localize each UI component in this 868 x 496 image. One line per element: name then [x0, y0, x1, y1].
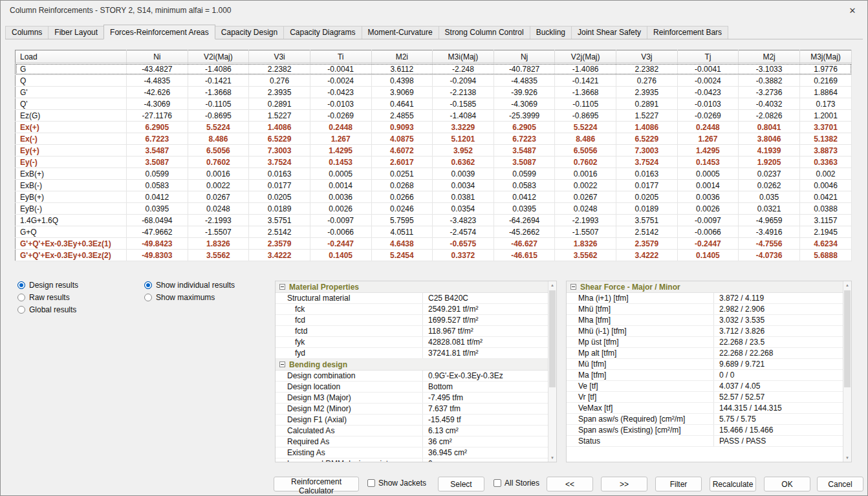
table-cell[interactable]: -3.4916 [739, 226, 800, 238]
table-cell[interactable]: -0.8695 [555, 110, 616, 122]
table-cell[interactable]: 0.3363 [800, 156, 852, 168]
column-header-m3j-maj[interactable]: M3j(Maj) [800, 50, 852, 63]
load-label[interactable]: Ey(-) [16, 156, 127, 168]
property-row-span-asw-s-existing-cm-m[interactable]: Span asw/s (Existing) [cm²/m]15.466 / 15… [567, 425, 843, 436]
table-cell[interactable]: 2.6017 [371, 156, 433, 168]
table-cell[interactable]: 0.0251 [371, 168, 433, 180]
table-cell[interactable]: -4.3069 [494, 98, 555, 110]
table-cell[interactable]: 0.0177 [616, 180, 678, 191]
table-cell[interactable]: 0.1453 [310, 156, 371, 168]
table-cell[interactable]: 3.4222 [249, 250, 310, 261]
property-row-calculated-as[interactable]: Calculated As6.13 cm² [276, 426, 548, 437]
table-row-ey[interactable]: Ey(+)3.54876.50567.30031.42954.60723.952… [16, 145, 852, 156]
table-cell[interactable]: 6.5229 [249, 133, 310, 145]
table-cell[interactable]: 2.1945 [800, 226, 852, 238]
table-cell[interactable]: 0.9093 [371, 122, 433, 133]
collapse-icon[interactable] [279, 361, 285, 367]
table-cell[interactable]: -42.626 [127, 87, 188, 98]
table-cell[interactable]: -2.1993 [188, 215, 249, 226]
table-cell[interactable]: 0.276 [249, 75, 310, 87]
tab-joint-shear-safety[interactable]: Joint Shear Safety [571, 26, 647, 39]
radio-show-maximums[interactable]: Show maximums [144, 293, 235, 302]
collapse-icon[interactable] [279, 284, 285, 290]
table-cell[interactable]: -0.0103 [677, 98, 739, 110]
tab-reinforcement-bars[interactable]: Reinforcement Bars [647, 26, 728, 39]
table-row-g-q[interactable]: G+Q-47.9662-1.55072.5142-0.00664.0511-2.… [16, 226, 852, 238]
table-cell[interactable]: 5.2454 [371, 250, 433, 261]
table-cell[interactable]: 3.5751 [616, 215, 678, 226]
table-cell[interactable]: 1.8326 [555, 238, 616, 250]
table-cell[interactable]: 6.2905 [494, 122, 555, 133]
column-header-tj[interactable]: Tj [677, 50, 739, 63]
scroll-down-icon[interactable]: ▼ [843, 456, 851, 460]
table-cell[interactable]: 0.1453 [677, 156, 739, 168]
table-cell[interactable]: 0.035 [739, 191, 800, 203]
table-cell[interactable]: 0.0034 [433, 180, 494, 191]
property-row-mha-i-1-tfm[interactable]: Mha (i+1) [tfm]3.872 / 4.119 [567, 293, 843, 304]
table-cell[interactable]: 2.2382 [616, 63, 678, 75]
table-cell[interactable]: 3.7524 [616, 156, 678, 168]
table-cell[interactable]: 0.0248 [555, 203, 616, 215]
column-header-v3j[interactable]: V3j [616, 50, 678, 63]
load-label[interactable]: Ex(-) [16, 133, 127, 145]
table-row-ex[interactable]: Ex(-)6.72238.4866.52291.2674.08755.12016… [16, 133, 852, 145]
table-cell[interactable]: 5.1382 [800, 133, 852, 145]
table-cell[interactable]: 5.7595 [371, 215, 433, 226]
table-cell[interactable]: 4.0511 [371, 226, 433, 238]
table-cell[interactable]: 0.2891 [249, 98, 310, 110]
table-cell[interactable]: 5.5224 [188, 122, 249, 133]
table-cell[interactable]: -0.1105 [188, 98, 249, 110]
table-cell[interactable]: 0.0022 [188, 180, 249, 191]
column-header-v3i[interactable]: V3i [249, 50, 310, 63]
scroll-up-icon[interactable]: ▲ [843, 283, 851, 287]
table-cell[interactable]: -0.0024 [310, 75, 371, 87]
table-cell[interactable]: 0.0036 [677, 191, 739, 203]
tab-capacity-diagrams[interactable]: Capacity Diagrams [283, 26, 362, 39]
table-row-g[interactable]: G'-42.626-1.36682.3935-0.04233.9069-2.21… [16, 87, 852, 98]
table-cell[interactable]: -68.0494 [127, 215, 188, 226]
table-cell[interactable]: 2.3579 [616, 238, 678, 250]
property-row-m-tfm[interactable]: Mü [tfm]9.689 / 9.721 [567, 359, 843, 370]
tab-buckling[interactable]: Buckling [530, 26, 572, 39]
table-row-exb[interactable]: ExB(-)0.05830.00220.01770.00140.02680.00… [16, 180, 852, 191]
table-cell[interactable]: -43.4827 [127, 63, 188, 75]
all-stories-checkbox[interactable]: All Stories [494, 479, 539, 488]
table-cell[interactable]: -2.4574 [433, 226, 494, 238]
table-cell[interactable]: 4.6438 [371, 238, 433, 250]
column-header-load[interactable]: Load [16, 50, 127, 63]
table-cell[interactable]: 0.0421 [800, 191, 852, 203]
table-row-q[interactable]: Q-4.4835-0.14210.276-0.00240.4398-0.2094… [16, 75, 852, 87]
table-cell[interactable]: 0.0046 [800, 180, 852, 191]
table-cell[interactable]: -4.4835 [494, 75, 555, 87]
table-cell[interactable]: 3.3229 [433, 122, 494, 133]
table-cell[interactable]: 4.0875 [371, 133, 433, 145]
table-cell[interactable]: 0.0395 [494, 203, 555, 215]
table-cell[interactable]: -1.4086 [555, 63, 616, 75]
table-cell[interactable]: 7.3003 [249, 145, 310, 156]
load-label[interactable]: G+Q [16, 226, 127, 238]
load-label[interactable]: Q' [16, 98, 127, 110]
property-row-mha-tfm[interactable]: Mha [tfm]3.032 / 3.535 [567, 315, 843, 326]
table-cell[interactable]: -39.926 [494, 87, 555, 98]
table-cell[interactable]: 0.0381 [433, 191, 494, 203]
table-cell[interactable]: 0.173 [800, 98, 852, 110]
scrollbar[interactable]: ▲ ▼ [548, 281, 556, 462]
property-row-vemax-tf[interactable]: VeMax [tf]144.315 / 144.315 [567, 403, 843, 414]
property-row-fctd[interactable]: fctd118.967 tf/m² [276, 326, 548, 337]
select-button[interactable]: Select [438, 477, 484, 491]
table-cell[interactable]: 0.002 [800, 168, 852, 180]
property-row-design-m2-minor[interactable]: Design M2 (Minor)7.637 tfm [276, 404, 548, 415]
table-cell[interactable]: 0.0246 [371, 203, 433, 215]
tab-capacity-design[interactable]: Capacity Design [215, 26, 284, 39]
tab-strong-column-control[interactable]: Strong Column Control [439, 26, 530, 39]
scroll-down-icon[interactable]: ▼ [548, 456, 556, 460]
table-cell[interactable]: 2.3935 [249, 87, 310, 98]
table-cell[interactable]: -45.2662 [494, 226, 555, 238]
table-cell[interactable]: 0.0354 [433, 203, 494, 215]
table-cell[interactable]: 0.0005 [310, 168, 371, 180]
table-row-1-4g-1-6q[interactable]: 1.4G+1.6Q-68.0494-2.19933.5751-0.00975.7… [16, 215, 852, 226]
table-cell[interactable]: -0.0423 [310, 87, 371, 98]
table-cell[interactable]: 6.2905 [127, 122, 188, 133]
table-cell[interactable]: -0.0041 [677, 63, 739, 75]
table-cell[interactable]: 6.5056 [188, 145, 249, 156]
